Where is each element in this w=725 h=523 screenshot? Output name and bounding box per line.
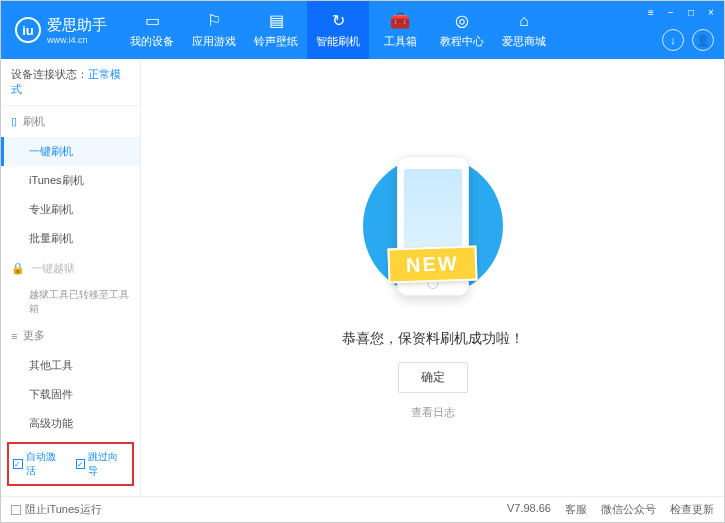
- profile-icon[interactable]: 👤: [692, 29, 714, 51]
- confirm-button[interactable]: 确定: [398, 362, 468, 393]
- checkbox-auto-activate[interactable]: ✓自动激活: [13, 450, 66, 478]
- logo-icon: iu: [15, 17, 41, 43]
- checkbox-icon: ✓: [13, 459, 23, 469]
- minimize-button[interactable]: −: [664, 5, 678, 19]
- nav-label: 爱思商城: [502, 34, 546, 49]
- checkbox-label: 跳过向导: [88, 450, 128, 478]
- nav-label: 教程中心: [440, 34, 484, 49]
- nav-icon: ↻: [329, 12, 347, 30]
- sidebar-item-flash-0[interactable]: 一键刷机: [1, 137, 140, 166]
- sidebar-item-more-0[interactable]: 其他工具: [1, 351, 140, 380]
- title-controls: ≡ − □ ×: [644, 5, 718, 19]
- success-illustration: NEW: [363, 136, 503, 316]
- nav-label: 铃声壁纸: [254, 34, 298, 49]
- lock-icon: 🔒: [11, 262, 25, 275]
- checkbox-label: 阻止iTunes运行: [25, 502, 102, 517]
- sidebar-section-jailbreak[interactable]: 🔒 一键越狱: [1, 253, 140, 284]
- header-right: ↓ 👤: [662, 29, 714, 51]
- section-title: 刷机: [23, 114, 45, 129]
- connection-label: 设备连接状态：: [11, 68, 88, 80]
- nav-label: 应用游戏: [192, 34, 236, 49]
- header: iu 爱思助手 www.i4.cn ▭我的设备⚐应用游戏▤铃声壁纸↻智能刷机🧰工…: [1, 1, 724, 59]
- maximize-button[interactable]: □: [684, 5, 698, 19]
- nav-label: 智能刷机: [316, 34, 360, 49]
- nav-tab-6[interactable]: ⌂爱思商城: [493, 1, 555, 59]
- nav-tab-0[interactable]: ▭我的设备: [121, 1, 183, 59]
- connection-status: 设备连接状态：正常模式: [1, 59, 140, 106]
- menu-icon: ≡: [11, 330, 17, 342]
- sidebar-item-flash-2[interactable]: 专业刷机: [1, 195, 140, 224]
- sidebar-section-flash[interactable]: ▯ 刷机: [1, 106, 140, 137]
- sidebar-item-flash-3[interactable]: 批量刷机: [1, 224, 140, 253]
- sidebar: 设备连接状态：正常模式 ▯ 刷机 一键刷机iTunes刷机专业刷机批量刷机 🔒 …: [1, 59, 141, 496]
- footer: 阻止iTunes运行 V7.98.66 客服 微信公众号 检查更新: [1, 496, 724, 522]
- checkbox-block-itunes[interactable]: 阻止iTunes运行: [11, 502, 102, 517]
- nav-label: 工具箱: [384, 34, 417, 49]
- nav-tab-2[interactable]: ▤铃声壁纸: [245, 1, 307, 59]
- nav-icon: 🧰: [391, 12, 409, 30]
- view-log-link[interactable]: 查看日志: [411, 405, 455, 420]
- menu-icon[interactable]: ≡: [644, 5, 658, 19]
- version-label: V7.98.66: [507, 502, 551, 517]
- sidebar-item-more-1[interactable]: 下载固件: [1, 380, 140, 409]
- nav-tab-1[interactable]: ⚐应用游戏: [183, 1, 245, 59]
- nav-icon: ⌂: [515, 12, 533, 30]
- app-name: 爱思助手: [47, 16, 107, 35]
- sidebar-item-flash-1[interactable]: iTunes刷机: [1, 166, 140, 195]
- nav-tab-4[interactable]: 🧰工具箱: [369, 1, 431, 59]
- checkbox-label: 自动激活: [26, 450, 66, 478]
- footer-link-support[interactable]: 客服: [565, 502, 587, 517]
- footer-link-wechat[interactable]: 微信公众号: [601, 502, 656, 517]
- sidebar-item-more-2[interactable]: 高级功能: [1, 409, 140, 438]
- nav-icon: ◎: [453, 12, 471, 30]
- nav-tab-3[interactable]: ↻智能刷机: [307, 1, 369, 59]
- checkbox-skip-guide[interactable]: ✓跳过向导: [76, 450, 129, 478]
- nav-icon: ▭: [143, 12, 161, 30]
- success-message: 恭喜您，保资料刷机成功啦！: [342, 330, 524, 348]
- jailbreak-note: 越狱工具已转移至工具箱: [1, 284, 140, 320]
- section-title: 更多: [23, 328, 45, 343]
- logo: iu 爱思助手 www.i4.cn: [1, 16, 121, 45]
- phone-icon: ▯: [11, 115, 17, 128]
- nav-icon: ⚐: [205, 12, 223, 30]
- nav-tabs: ▭我的设备⚐应用游戏▤铃声壁纸↻智能刷机🧰工具箱◎教程中心⌂爱思商城: [121, 1, 555, 59]
- checkbox-group: ✓自动激活 ✓跳过向导: [7, 442, 134, 486]
- main-content: NEW 恭喜您，保资料刷机成功啦！ 确定 查看日志: [141, 59, 724, 496]
- download-icon[interactable]: ↓: [662, 29, 684, 51]
- checkbox-icon: [11, 505, 21, 515]
- nav-tab-5[interactable]: ◎教程中心: [431, 1, 493, 59]
- close-button[interactable]: ×: [704, 5, 718, 19]
- section-title: 一键越狱: [31, 261, 75, 276]
- nav-icon: ▤: [267, 12, 285, 30]
- app-url: www.i4.cn: [47, 35, 107, 45]
- footer-link-update[interactable]: 检查更新: [670, 502, 714, 517]
- checkbox-icon: ✓: [76, 459, 86, 469]
- sidebar-section-more[interactable]: ≡ 更多: [1, 320, 140, 351]
- new-banner: NEW: [388, 245, 478, 283]
- nav-label: 我的设备: [130, 34, 174, 49]
